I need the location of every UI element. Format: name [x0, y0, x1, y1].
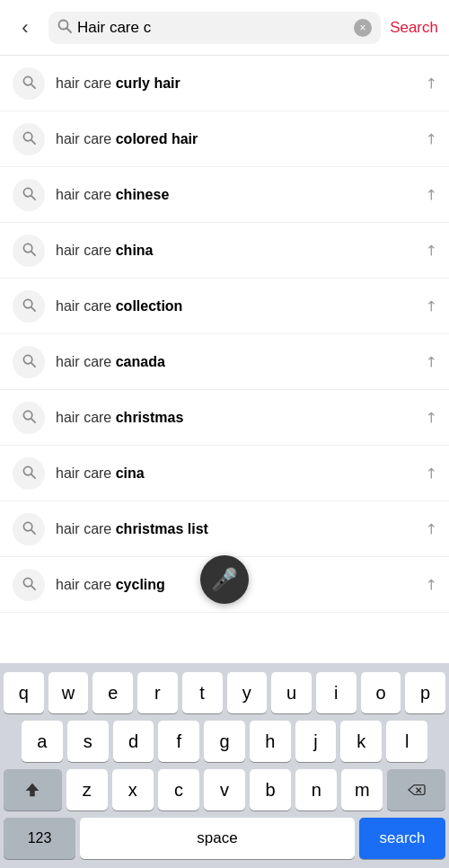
- key-k[interactable]: k: [340, 721, 382, 762]
- key-c[interactable]: c: [158, 769, 199, 810]
- key-q[interactable]: q: [4, 672, 44, 713]
- svg-line-5: [31, 139, 34, 143]
- suggestion-text: hair care colored hair: [56, 131, 425, 147]
- suggestion-item[interactable]: hair care colored hair ↗: [0, 111, 449, 167]
- suggestion-search-icon: [13, 346, 45, 378]
- key-t[interactable]: t: [182, 672, 223, 713]
- key-p[interactable]: p: [405, 672, 445, 713]
- suggestion-item[interactable]: hair care christmas ↗: [0, 390, 449, 446]
- back-button[interactable]: ‹: [11, 13, 40, 42]
- key-z[interactable]: z: [66, 769, 108, 810]
- key-e[interactable]: e: [92, 672, 133, 713]
- key-search[interactable]: search: [359, 818, 445, 859]
- suggestion-text: hair care christmas: [56, 410, 425, 426]
- svg-line-11: [31, 306, 34, 310]
- key-n[interactable]: n: [295, 769, 337, 810]
- suggestion-text: hair care collection: [56, 298, 425, 314]
- suggestion-item[interactable]: hair care christmas list ↗: [0, 501, 449, 557]
- suggestion-text: hair care cina: [56, 465, 425, 482]
- keyboard: qwertyuiopasdfghjklzxcvbnm123spacesearch: [0, 663, 449, 868]
- suggestion-item[interactable]: hair care cina ↗: [0, 446, 449, 501]
- suggestion-item[interactable]: hair care curly hair ↗: [0, 56, 449, 111]
- suggestion-search-icon: [13, 235, 45, 267]
- svg-line-15: [31, 418, 34, 421]
- svg-line-19: [31, 529, 34, 533]
- search-input[interactable]: [77, 19, 354, 37]
- suggestion-text: hair care chinese: [56, 187, 425, 203]
- header: ‹ × Search: [0, 0, 449, 56]
- key-x[interactable]: x: [112, 769, 154, 810]
- key-j[interactable]: j: [295, 721, 337, 762]
- key-s[interactable]: s: [67, 721, 109, 762]
- svg-line-7: [31, 195, 34, 199]
- search-bar: ×: [48, 12, 381, 44]
- suggestion-search-icon: [13, 179, 45, 211]
- search-action-button[interactable]: Search: [390, 19, 438, 37]
- key-y[interactable]: y: [227, 672, 268, 713]
- mic-icon: 🎤: [211, 567, 238, 592]
- key-d[interactable]: d: [113, 721, 154, 762]
- suggestion-item[interactable]: hair care china ↗: [0, 223, 449, 279]
- clear-button[interactable]: ×: [354, 19, 372, 37]
- microphone-button[interactable]: 🎤: [200, 555, 249, 604]
- suggestion-text: hair care curly hair: [56, 75, 425, 92]
- suggestion-search-icon: [13, 67, 45, 100]
- key-u[interactable]: u: [271, 672, 312, 713]
- key-shift[interactable]: [4, 769, 62, 810]
- svg-line-13: [31, 362, 34, 366]
- suggestion-item[interactable]: hair care collection ↗: [0, 279, 449, 334]
- suggestion-text: hair care china: [56, 243, 425, 259]
- key-g[interactable]: g: [204, 721, 245, 762]
- suggestion-item[interactable]: hair care canada ↗: [0, 334, 449, 390]
- key-b[interactable]: b: [250, 769, 291, 810]
- suggestion-text: hair care christmas list: [56, 521, 425, 537]
- suggestion-search-icon: [13, 290, 45, 323]
- key-m[interactable]: m: [341, 769, 383, 810]
- key-123[interactable]: 123: [4, 818, 75, 859]
- key-f[interactable]: f: [158, 721, 199, 762]
- svg-line-21: [31, 585, 34, 589]
- clear-icon: ×: [360, 22, 366, 33]
- back-icon: ‹: [22, 16, 28, 40]
- key-h[interactable]: h: [250, 721, 291, 762]
- svg-line-9: [31, 251, 34, 254]
- svg-line-1: [67, 29, 72, 33]
- key-delete[interactable]: [387, 769, 445, 810]
- key-l[interactable]: l: [386, 721, 427, 762]
- suggestion-text: hair care canada: [56, 354, 425, 370]
- key-space[interactable]: space: [80, 818, 355, 859]
- suggestion-search-icon: [13, 402, 45, 434]
- key-v[interactable]: v: [204, 769, 245, 810]
- suggestion-item[interactable]: hair care chinese ↗: [0, 167, 449, 223]
- key-a[interactable]: a: [22, 721, 63, 762]
- key-i[interactable]: i: [316, 672, 357, 713]
- key-r[interactable]: r: [137, 672, 178, 713]
- svg-line-3: [31, 84, 34, 87]
- search-icon: [57, 19, 72, 36]
- suggestion-search-icon: [13, 123, 45, 155]
- suggestion-search-icon: [13, 569, 45, 601]
- suggestions-list: hair care curly hair ↗ hair care colored…: [0, 56, 449, 613]
- key-w[interactable]: w: [48, 672, 89, 713]
- suggestion-search-icon: [13, 457, 45, 490]
- suggestion-search-icon: [13, 513, 45, 545]
- svg-line-17: [31, 474, 34, 477]
- key-o[interactable]: o: [361, 672, 401, 713]
